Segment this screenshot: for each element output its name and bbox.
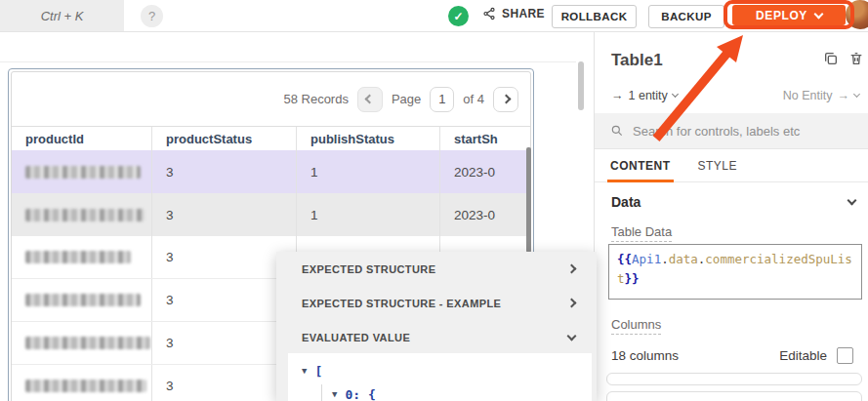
table-header-row: productId productStatus publishStatus st… bbox=[12, 126, 530, 150]
redacted-product-id bbox=[25, 380, 146, 392]
evaluated-value-popup: EXPECTED STRUCTURE EXPECTED STRUCTURE - … bbox=[276, 252, 597, 401]
columns-label[interactable]: Columns bbox=[611, 317, 661, 335]
column-list-item[interactable] bbox=[606, 373, 862, 385]
collapse-triangle-icon[interactable]: ▼ bbox=[302, 366, 307, 376]
property-search[interactable] bbox=[595, 113, 868, 149]
cell-productStatus: 3 bbox=[152, 322, 297, 364]
redacted-product-id bbox=[25, 337, 150, 349]
expected-structure-section[interactable]: EXPECTED STRUCTURE bbox=[276, 252, 597, 286]
json-tree-child[interactable]: ▼ 0: { bbox=[321, 384, 592, 401]
evaluated-json-tree[interactable]: ▼ [ ▼ 0: { bbox=[288, 353, 592, 401]
data-section-header[interactable]: Data bbox=[611, 194, 855, 210]
evaluated-value-section[interactable]: EVALUATED VALUE bbox=[276, 320, 597, 354]
canvas-divider bbox=[0, 61, 576, 62]
column-header-productId[interactable]: productId bbox=[12, 127, 152, 150]
user-avatar[interactable] bbox=[846, 0, 868, 29]
copy-icon bbox=[823, 51, 839, 66]
deploy-button[interactable]: DEPLOY bbox=[732, 5, 846, 25]
tab-style[interactable]: STYLE bbox=[698, 149, 738, 181]
share-icon bbox=[482, 7, 496, 20]
deploy-label: DEPLOY bbox=[756, 9, 807, 22]
json-root-bracket: [ bbox=[314, 364, 322, 379]
table-scrollbar[interactable] bbox=[526, 147, 531, 253]
table-data-label[interactable]: Table Data bbox=[611, 224, 672, 242]
data-section-label: Data bbox=[611, 194, 641, 210]
search-input[interactable] bbox=[633, 124, 847, 139]
cell-productId bbox=[12, 322, 152, 364]
saved-status-icon: ✓ bbox=[448, 6, 469, 26]
omnibar-shortcut[interactable]: Ctrl + K bbox=[0, 0, 124, 31]
table-pagination: 58 Records Page of 4 bbox=[12, 72, 530, 126]
help-button[interactable]: ? bbox=[141, 5, 163, 27]
rollback-label: ROLLBACK bbox=[561, 11, 628, 22]
page-label: Page bbox=[392, 92, 421, 106]
redacted-product-id bbox=[25, 251, 131, 263]
cell-publishStatus: 1 bbox=[297, 193, 440, 236]
widget-title[interactable]: Table1 bbox=[611, 51, 663, 70]
columns-summary-row: 18 columns Editable bbox=[611, 344, 853, 366]
arrow-right-icon: → bbox=[611, 89, 624, 102]
share-label: SHARE bbox=[502, 7, 545, 20]
page-number-input[interactable] bbox=[430, 87, 454, 112]
incoming-entities-label: 1 entity bbox=[629, 89, 668, 102]
deploy-chevron-icon bbox=[814, 9, 824, 19]
binding-expression: {{Api1.data.commercializedSpuList}} bbox=[617, 252, 852, 286]
expected-structure-label: EXPECTED STRUCTURE bbox=[302, 263, 435, 275]
chevron-down-icon bbox=[847, 196, 857, 206]
chevron-down-icon bbox=[567, 331, 577, 341]
property-tabs: CONTENT STYLE bbox=[595, 149, 868, 182]
cell-startSh: 2023-0 bbox=[440, 193, 530, 236]
cell-startSh: 2023-0 bbox=[440, 150, 530, 193]
next-page-button[interactable] bbox=[493, 87, 518, 112]
prev-page-button[interactable] bbox=[357, 87, 383, 112]
cell-productStatus: 3 bbox=[152, 193, 297, 236]
expected-structure-example-section[interactable]: EXPECTED STRUCTURE - EXAMPLE bbox=[276, 286, 597, 320]
table-row[interactable]: 3 1 2023-0 bbox=[12, 193, 530, 236]
table-data-code-editor[interactable]: {{Api1.data.commercializedSpuList}} bbox=[608, 244, 862, 300]
redacted-product-id bbox=[25, 166, 141, 179]
cell-publishStatus: 1 bbox=[297, 150, 440, 193]
chevron-down-icon bbox=[853, 91, 860, 98]
editable-checkbox[interactable] bbox=[837, 347, 853, 364]
column-header-publishStatus[interactable]: publishStatus bbox=[297, 127, 440, 150]
share-button[interactable]: SHARE bbox=[482, 7, 545, 20]
copy-widget-button[interactable] bbox=[823, 51, 840, 67]
search-icon bbox=[610, 124, 624, 138]
shortcut-label: Ctrl + K bbox=[41, 9, 84, 23]
editable-label: Editable bbox=[779, 348, 827, 363]
app-editor: Ctrl + K ? ✓ SHARE ROLLBACK BACKUP DEPLO… bbox=[0, 0, 868, 401]
backup-label: BACKUP bbox=[661, 11, 712, 22]
property-pane: Table1 → 1 entity No Entity → bbox=[594, 32, 868, 401]
tab-content[interactable]: CONTENT bbox=[610, 149, 671, 181]
evaluated-value-label: EVALUATED VALUE bbox=[302, 332, 410, 343]
help-icon: ? bbox=[148, 9, 155, 23]
top-bar: Ctrl + K ? ✓ SHARE ROLLBACK BACKUP DEPLO… bbox=[0, 0, 868, 32]
delete-widget-button[interactable] bbox=[848, 51, 865, 67]
json-tree-root[interactable]: ▼ [ bbox=[302, 361, 592, 381]
backup-button[interactable]: BACKUP bbox=[648, 5, 724, 28]
outgoing-entities-dropdown[interactable]: No Entity → bbox=[783, 89, 859, 102]
expected-structure-example-label: EXPECTED STRUCTURE - EXAMPLE bbox=[302, 298, 501, 309]
redacted-product-id bbox=[25, 294, 141, 306]
records-count: 58 Records bbox=[283, 92, 348, 106]
rollback-button[interactable]: ROLLBACK bbox=[552, 5, 637, 28]
cell-productStatus: 3 bbox=[152, 365, 297, 401]
canvas-scrollbar[interactable] bbox=[578, 61, 584, 110]
chevron-right-icon bbox=[567, 264, 577, 274]
outgoing-entities-label: No Entity bbox=[783, 89, 833, 102]
column-header-startSh[interactable]: startSh bbox=[440, 127, 530, 150]
incoming-entities-dropdown[interactable]: → 1 entity bbox=[611, 89, 678, 102]
cell-productStatus: 3 bbox=[152, 279, 297, 321]
cell-productId bbox=[12, 279, 152, 321]
check-icon: ✓ bbox=[453, 10, 463, 23]
column-list-item[interactable] bbox=[606, 391, 862, 401]
columns-count: 18 columns bbox=[611, 348, 779, 363]
cell-productId bbox=[12, 193, 152, 236]
column-header-productStatus[interactable]: productStatus bbox=[152, 127, 297, 150]
json-child-entry: 0: { bbox=[345, 387, 375, 401]
table-row-selected[interactable]: 3 1 2023-0 bbox=[12, 150, 530, 193]
collapse-triangle-icon[interactable]: ▼ bbox=[332, 389, 337, 399]
cell-productId bbox=[12, 150, 152, 193]
redacted-product-id bbox=[25, 209, 145, 221]
cell-productId bbox=[12, 236, 152, 278]
